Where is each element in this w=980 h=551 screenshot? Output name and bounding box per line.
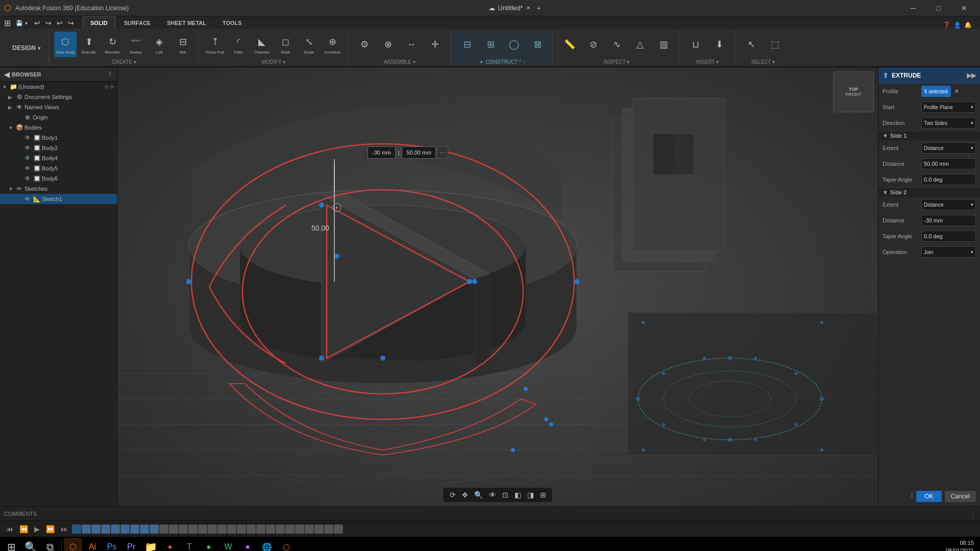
side2-extent-select[interactable]: Distance ▾	[921, 199, 976, 210]
timeline-play-button[interactable]: ▶	[32, 525, 42, 533]
profile-select-button[interactable]: 6 selected	[921, 86, 951, 97]
select-button[interactable]: ↖	[740, 32, 763, 57]
timeline-item[interactable]	[208, 524, 217, 534]
timeline-item[interactable]	[247, 524, 256, 534]
timeline-item[interactable]	[227, 524, 236, 534]
file-menu[interactable]: 💾▾	[13, 17, 31, 29]
browser-item-sketches[interactable]: ▼ ✏ Sketches	[0, 184, 117, 194]
grid-settings-icon[interactable]: ⊞	[538, 490, 548, 500]
chamfer-button[interactable]: ◣ Chamfer	[251, 32, 273, 57]
panel-collapse-icon[interactable]: ▶▶	[967, 72, 976, 79]
eye-icon[interactable]: 👁	[110, 84, 115, 90]
browser-item-sketch1[interactable]: 👁 📐 Sketch1	[0, 194, 117, 204]
timeline-item[interactable]	[130, 524, 139, 534]
assemble-group-label[interactable]: ASSEMBLE ▾	[353, 58, 446, 65]
browser-item-unsaved[interactable]: ▼ 📁 (Unsaved) ⚙ 👁	[0, 82, 117, 92]
taskbar-app-teams[interactable]: T	[180, 538, 199, 551]
help-icon[interactable]: ❓	[943, 21, 950, 29]
side1-section-header[interactable]: ▼ Side 1	[878, 131, 980, 140]
timeline-item[interactable]	[266, 524, 275, 534]
redo2-icon[interactable]: ↪	[66, 19, 76, 27]
browser-options-icon[interactable]: ⋮	[107, 71, 113, 78]
insert-group-label[interactable]: INSERT ▾	[684, 58, 730, 65]
browser-collapse-icon[interactable]: ◀	[4, 70, 10, 79]
viewcube-front[interactable]: FRONT	[846, 92, 862, 97]
fit-icon[interactable]: ⊡	[500, 490, 510, 500]
timeline-prev-button[interactable]: ⏪	[17, 525, 30, 533]
minimize-button[interactable]: ─	[901, 0, 925, 16]
taskbar-app-orange[interactable]: ⬡	[277, 538, 296, 551]
taskbar-app-red[interactable]: ●	[161, 538, 179, 551]
timeline-item[interactable]	[150, 524, 159, 534]
undo2-icon[interactable]: ↩	[55, 19, 64, 27]
browser-item-body5[interactable]: 👁 🔲 Body5	[0, 163, 117, 173]
side2-distance-input[interactable]	[921, 215, 976, 226]
timeline-item[interactable]	[91, 524, 101, 534]
notification-icon[interactable]: 🔔	[964, 21, 972, 29]
timeline-next-button[interactable]: ⏩	[44, 525, 57, 533]
browser-item-body2[interactable]: 👁 🔲 Body2	[0, 143, 117, 153]
timeline-item[interactable]	[111, 524, 120, 534]
timeline-back-button[interactable]: ⏮	[4, 525, 15, 533]
taskbar-app-fusion[interactable]: ⬡	[64, 538, 82, 551]
maximize-button[interactable]: □	[927, 0, 950, 16]
close-tab-icon[interactable]: ✕	[526, 5, 530, 11]
tab-surface[interactable]: SURFACE	[116, 16, 159, 29]
sweep-button[interactable]: 〰 Sweep	[125, 32, 147, 57]
window-select-button[interactable]: ⬚	[764, 32, 786, 57]
new-component-button[interactable]: ⬡ New Body	[54, 32, 77, 57]
curvature-button[interactable]: ∿	[605, 32, 628, 57]
side1-extent-select[interactable]: Distance ▾	[921, 142, 976, 154]
derive-button[interactable]: ⊔	[684, 32, 707, 57]
grid-menu-icon[interactable]: ⊞	[4, 18, 11, 28]
browser-item-body4[interactable]: 👁 🔲 Body4	[0, 153, 117, 163]
side1-taper-input[interactable]	[921, 174, 976, 185]
angle-plane-button[interactable]: ⊞	[479, 32, 502, 57]
timeline-item[interactable]	[285, 524, 295, 534]
asbuilt-button[interactable]: ⊗	[377, 32, 399, 57]
redo-icon[interactable]: ↪	[44, 19, 53, 27]
profile-clear-button[interactable]: ✕	[953, 88, 960, 95]
close-button[interactable]: ✕	[952, 0, 976, 16]
search-button[interactable]: 🔍	[21, 538, 40, 551]
import-button[interactable]: ⬇	[708, 32, 730, 57]
taskbar-app-premiere[interactable]: Pr	[122, 538, 140, 551]
tab-sheet-metal[interactable]: SHEET METAL	[159, 16, 214, 29]
timeline-item[interactable]	[276, 524, 285, 534]
pan-icon[interactable]: ✥	[460, 490, 470, 500]
joint-button[interactable]: ⚙	[353, 32, 376, 57]
taskbar-app-chrome[interactable]: 🌐	[258, 538, 276, 551]
timeline-item[interactable]	[179, 524, 188, 534]
design-dropdown[interactable]: DESIGN ▾	[8, 42, 44, 54]
construct-group-label[interactable]: ✦ CONSTRUCT * ▾	[456, 58, 549, 65]
scale-button[interactable]: ⤡ Scale	[298, 32, 320, 57]
loft-button[interactable]: ◈ Loft	[148, 32, 170, 57]
fillet-button[interactable]: ◜ Fillet	[227, 32, 250, 57]
modify-group-label[interactable]: MODIFY ▾	[204, 58, 344, 65]
offset-plane-button[interactable]: ⊟	[456, 32, 478, 57]
taskbar-app-green[interactable]: ●	[200, 538, 218, 551]
browser-item-body1[interactable]: 👁 🔲 Body1	[0, 133, 117, 143]
ok-button[interactable]: OK	[916, 491, 941, 502]
taskbar-app-files[interactable]: 📁	[141, 538, 160, 551]
orbit-icon[interactable]: ⟳	[448, 490, 458, 500]
midplane-button[interactable]: ⊠	[526, 32, 549, 57]
inspect-group-label[interactable]: INSPECT ▾	[558, 58, 675, 65]
tab-tools[interactable]: TOOLS	[215, 16, 250, 29]
browser-item-named-views[interactable]: ▶ 👁 Named Views	[0, 102, 117, 112]
task-view-button[interactable]: ⧉	[41, 538, 59, 551]
draft-button[interactable]: △	[629, 32, 651, 57]
rib-button[interactable]: ⊟ Rib	[172, 32, 194, 57]
user-icon[interactable]: 👤	[953, 21, 961, 29]
timeline-item[interactable]	[188, 524, 198, 534]
view-cube[interactable]: TOP FRONT	[833, 71, 874, 112]
timeline-item[interactable]	[159, 524, 168, 534]
timeline-item[interactable]	[217, 524, 227, 534]
direction-select[interactable]: Two Sides ▾	[921, 117, 976, 129]
side2-taper-input[interactable]	[921, 231, 976, 242]
timeline-end-button[interactable]: ⏭	[59, 525, 70, 533]
timeline-item[interactable]	[305, 524, 314, 534]
timeline-item[interactable]	[324, 524, 333, 534]
dimension-input-2[interactable]: 50.00 mm	[402, 146, 436, 159]
comments-collapse-icon[interactable]: ⋮	[970, 510, 976, 517]
